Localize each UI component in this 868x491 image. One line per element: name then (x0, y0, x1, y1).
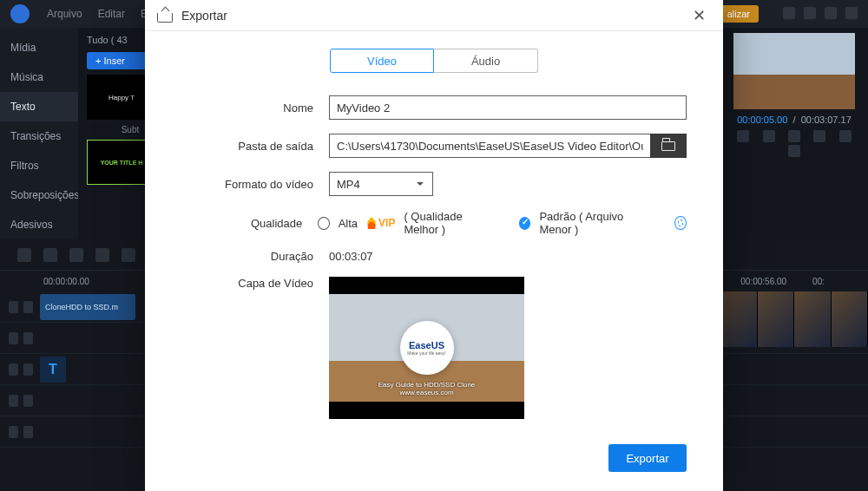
undo-icon[interactable] (17, 248, 31, 262)
video-format-select[interactable]: MP4 (329, 172, 433, 196)
flame-icon (366, 217, 377, 229)
current-time: 00:00:05.00 (737, 115, 787, 125)
side-nav: Mídia Música Texto Transições Filtros So… (0, 28, 78, 239)
stop-icon[interactable] (737, 130, 749, 142)
text-track-icon (9, 395, 18, 407)
quality-default-radio[interactable] (519, 217, 530, 230)
text-clip[interactable]: T (40, 357, 66, 383)
cover-logo: EaseUS Make your life easy! (400, 321, 454, 375)
audio-track-icon (9, 426, 18, 438)
export-dialog: Exportar ✕ Vídeo Áudio Nome Pasta de saí… (145, 0, 723, 491)
lock-icon[interactable] (23, 363, 33, 376)
quality-high-label: Alta (339, 217, 358, 230)
video-cover-thumb[interactable]: EaseUS Make your life easy! Easy Guide t… (329, 277, 524, 419)
redo-icon[interactable] (43, 248, 57, 262)
text-track-icon (9, 363, 18, 376)
lock-icon[interactable] (23, 426, 33, 438)
fullscreen-icon[interactable] (788, 145, 800, 157)
minimize-icon[interactable] (804, 7, 816, 19)
nav-media[interactable]: Mídia (0, 33, 78, 62)
browse-folder-button[interactable] (650, 134, 687, 158)
menu-edit[interactable]: Editar (98, 8, 125, 20)
app-logo (10, 4, 30, 23)
nav-stickers[interactable]: Adesivos (0, 210, 78, 239)
next-icon[interactable] (813, 130, 825, 142)
label-video-cover: Capa de Vídeo (181, 277, 329, 290)
label-video-format: Formato do vídeo (181, 178, 329, 191)
vip-badge: VIP (366, 217, 395, 229)
total-time: 00:03:07.17 (801, 115, 852, 125)
output-folder-input[interactable] (329, 134, 650, 158)
dialog-title: Exportar (181, 9, 227, 23)
tab-audio[interactable]: Áudio (434, 49, 538, 73)
cover-caption: Easy Guide to HDD/SSD Clone www.easeus.c… (329, 381, 524, 396)
lock-icon[interactable] (23, 332, 33, 344)
label-output-folder: Pasta de saída (181, 140, 329, 153)
lock-icon[interactable] (23, 395, 33, 407)
video-track-icon (9, 301, 18, 313)
split-icon[interactable] (95, 248, 109, 262)
nav-transitions[interactable]: Transições (0, 121, 78, 151)
label-name: Nome (181, 101, 329, 115)
nav-filters[interactable]: Filtros (0, 151, 78, 180)
preview-panel: 00:00:05.00 / 00:03:07.17 (720, 28, 868, 239)
nav-text[interactable]: Texto (0, 92, 78, 121)
folder-icon (661, 141, 675, 151)
preview-controls (720, 130, 868, 160)
menu-file[interactable]: Arquivo (47, 8, 82, 20)
cut-icon[interactable] (69, 248, 83, 262)
close-app-icon[interactable] (845, 7, 858, 19)
delete-icon[interactable] (122, 248, 135, 262)
window-controls (774, 7, 858, 22)
tab-video[interactable]: Vídeo (330, 49, 434, 73)
settings-icon[interactable] (783, 7, 795, 19)
label-duration: Duração (181, 250, 329, 263)
preview-video (733, 33, 855, 109)
nav-music[interactable]: Música (0, 62, 78, 92)
export-button[interactable]: Exportar (608, 444, 687, 472)
duration-value: 00:03:07 (329, 250, 373, 263)
timeline-thumbstrip[interactable] (720, 291, 868, 347)
quality-default-label: Padrão ( Arquivo Menor ) (539, 210, 649, 236)
export-tabs: Vídeo Áudio (181, 49, 687, 73)
label-quality: Qualidade (181, 217, 318, 230)
volume-icon[interactable] (839, 130, 852, 142)
video-format-value: MP4 (337, 178, 360, 191)
preview-time: 00:00:05.00 / 00:03:07.17 (720, 115, 868, 125)
pip-track-icon (9, 332, 18, 344)
nav-overlays[interactable]: Sobreposições (0, 180, 78, 210)
prev-icon[interactable] (763, 130, 775, 142)
export-icon (157, 8, 173, 23)
quality-high-suffix: ( Qualidade Melhor ) (404, 210, 494, 236)
quality-high-radio[interactable] (318, 217, 329, 230)
play-icon[interactable] (788, 130, 800, 142)
asset-count: Tudo ( 43 (87, 35, 128, 45)
dialog-header: Exportar ✕ (145, 0, 723, 31)
close-button[interactable]: ✕ (687, 3, 711, 29)
video-clip[interactable]: CloneHDD to SSD.m (40, 294, 135, 320)
update-button[interactable]: alizar (719, 5, 759, 23)
maximize-icon[interactable] (825, 7, 837, 19)
mute-icon[interactable] (23, 301, 33, 313)
quality-settings-button[interactable] (674, 216, 687, 230)
name-input[interactable] (329, 95, 687, 120)
